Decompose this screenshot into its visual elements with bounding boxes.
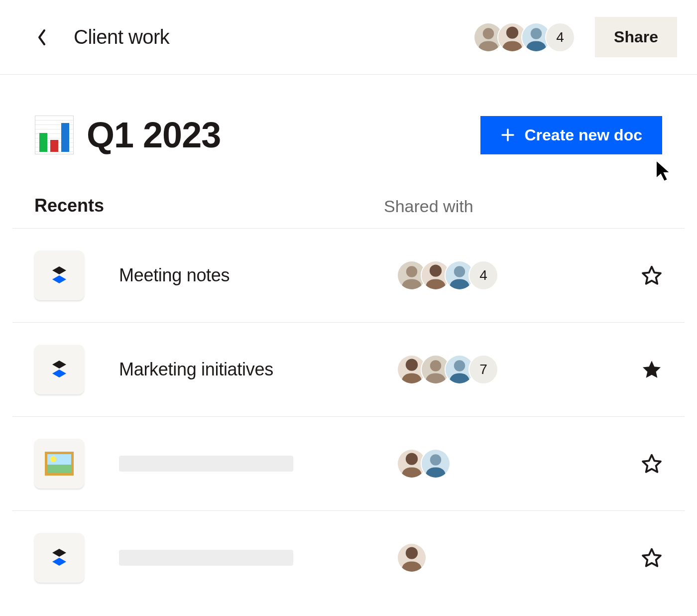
- recents-table: Recents Shared with Meeting notes 4 Mark…: [0, 170, 697, 605]
- paper-doc-icon: [34, 533, 84, 583]
- column-shared-with: Shared with: [384, 197, 663, 216]
- star-toggle[interactable]: [641, 264, 663, 286]
- star-outline-icon: [641, 453, 663, 475]
- picture-file-icon: [34, 439, 84, 489]
- create-new-doc-button[interactable]: Create new doc: [480, 116, 662, 154]
- plus-icon: [500, 127, 515, 142]
- title-row: Q1 2023 Create new doc: [0, 75, 697, 170]
- breadcrumb[interactable]: Client work: [74, 26, 169, 48]
- table-row[interactable]: Marketing initiatives 7: [12, 323, 685, 417]
- star-toggle[interactable]: [641, 547, 663, 569]
- avatar: [397, 543, 427, 573]
- shared-avatar-group[interactable]: 4: [397, 260, 606, 290]
- doc-name-placeholder: [119, 456, 362, 472]
- avatar-overflow-count: 7: [468, 355, 498, 384]
- star-toggle[interactable]: [641, 359, 663, 380]
- table-row[interactable]: [12, 417, 685, 511]
- bar-chart-icon: [35, 116, 74, 154]
- avatar: [421, 449, 451, 479]
- avatar-overflow-count: 4: [468, 260, 498, 290]
- star-filled-icon: [641, 359, 663, 380]
- shared-avatar-group[interactable]: [397, 449, 606, 479]
- column-recents: Recents: [34, 195, 384, 216]
- table-row[interactable]: [12, 511, 685, 605]
- share-button-label: Share: [614, 28, 658, 46]
- star-outline-icon: [641, 547, 663, 569]
- doc-name: Marketing initiatives: [119, 359, 362, 380]
- shared-avatar-group[interactable]: 7: [397, 355, 606, 384]
- doc-name: Meeting notes: [119, 265, 362, 286]
- back-button[interactable]: [30, 25, 54, 49]
- column-headers: Recents Shared with: [12, 195, 685, 229]
- header-avatar-group[interactable]: 4: [473, 22, 575, 52]
- share-button[interactable]: Share: [595, 17, 677, 57]
- chevron-left-icon: [37, 29, 47, 46]
- page-title: Q1 2023: [87, 115, 221, 155]
- create-button-label: Create new doc: [524, 126, 642, 144]
- table-row[interactable]: Meeting notes 4: [12, 229, 685, 323]
- doc-name-placeholder: [119, 550, 362, 566]
- header-bar: Client work 4 Share: [0, 0, 697, 75]
- paper-doc-icon: [34, 250, 84, 300]
- star-toggle[interactable]: [641, 453, 663, 475]
- paper-doc-icon: [34, 345, 84, 394]
- shared-avatar-group[interactable]: [397, 543, 606, 573]
- avatar-overflow-count: 4: [545, 22, 575, 52]
- star-outline-icon: [641, 264, 663, 286]
